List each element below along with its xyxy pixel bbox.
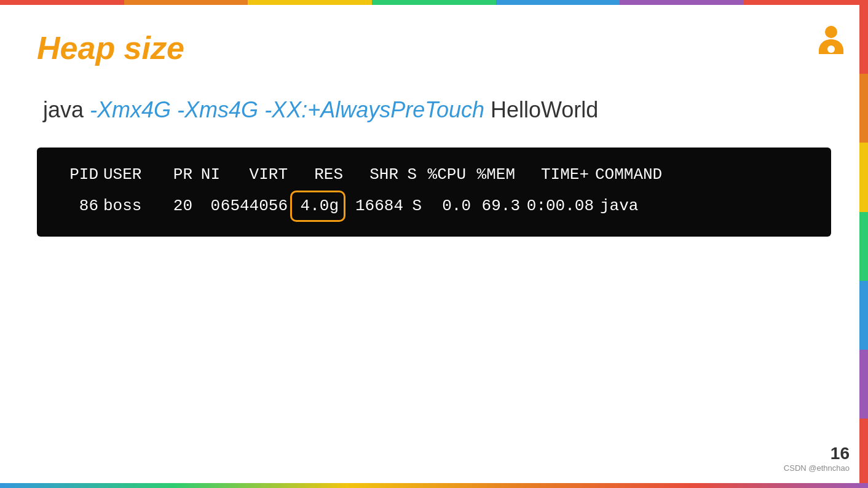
cell-shr: 16684 (348, 194, 403, 219)
cell-ni: 0 (192, 194, 220, 219)
terminal-data-row: 86 boss 20 0 6544056 4.0g 16684 S 0.0 69… (55, 191, 813, 222)
cell-pr: 20 (159, 194, 192, 219)
header-virt: VIRT (220, 162, 288, 188)
header-shr: SHR (343, 162, 398, 188)
cell-time: 0:00.08 (520, 194, 594, 219)
header-cpu: %CPU (417, 162, 466, 188)
cell-user: boss (103, 194, 159, 219)
bottom-bar (0, 483, 868, 488)
header-s: S (398, 162, 417, 188)
terminal-header-row: PID USER PR NI VIRT RES SHR S %CPU %MEM … (55, 162, 813, 188)
header-ni: NI (192, 162, 220, 188)
slide-title: Heap size (37, 30, 831, 66)
header-user: USER (103, 162, 159, 188)
cell-res-highlighted: 4.0g (290, 191, 345, 222)
cmd-flag-2: -Xms4G (177, 97, 258, 122)
cmd-prefix: java (43, 97, 84, 122)
cell-cpu: 0.0 (422, 194, 471, 219)
header-pr: PR (159, 162, 192, 188)
header-pid: PID (55, 162, 98, 188)
command-line: java -Xmx4G -Xms4G -XX:+AlwaysPreTouch H… (37, 97, 831, 123)
cell-virt: 6544056 (220, 194, 288, 219)
cmd-main-class: HelloWorld (491, 97, 598, 122)
page-number-block: 16 CSDN @ethnchao (784, 444, 850, 473)
svg-point-1 (827, 45, 835, 53)
cell-pid: 86 (55, 194, 98, 219)
cell-mem: 69.3 (471, 194, 520, 219)
terminal-block: PID USER PR NI VIRT RES SHR S %CPU %MEM … (37, 148, 831, 237)
cell-s: S (403, 194, 422, 219)
header-mem: %MEM (466, 162, 515, 188)
page-num: 16 (784, 444, 850, 463)
header-cmd: COMMAND (595, 162, 669, 188)
header-time: TIME+ (515, 162, 589, 188)
page-watermark: CSDN @ethnchao (784, 463, 850, 473)
cmd-flag-3: -XX:+AlwaysPreTouch (264, 97, 484, 122)
cmd-flag-1: -Xmx4G (90, 97, 171, 122)
top-rainbow-bar (0, 0, 868, 5)
cell-cmd: java (600, 194, 674, 219)
slide-content: Heap size java -Xmx4G -Xms4G -XX:+Always… (0, 5, 868, 488)
header-res: RES (288, 162, 343, 188)
svg-point-0 (825, 26, 837, 38)
ok-logo (813, 23, 850, 60)
right-accent-bar (859, 5, 868, 488)
